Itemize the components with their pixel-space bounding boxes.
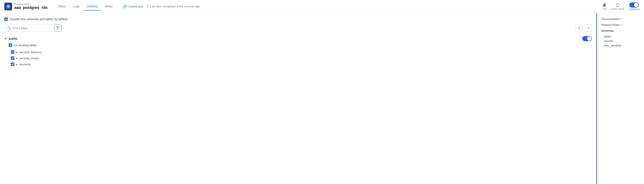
- table-expand-2[interactable]: ▶: [16, 63, 18, 66]
- search-icon: 🔍: [7, 26, 11, 30]
- tab-setup[interactable]: Setup: [101, 2, 116, 11]
- action-icons: [576, 25, 592, 32]
- table-expand-0[interactable]: ▶: [16, 51, 18, 53]
- sync-icon: ↻: [146, 5, 149, 8]
- notification-label: ON: [603, 8, 606, 11]
- left-panel: Include new schemas and tables by defaul…: [0, 13, 596, 184]
- include-row: Include new schemas and tables by defaul…: [4, 17, 592, 21]
- refresh-button[interactable]: [576, 25, 583, 32]
- connected-icon: 🔗: [122, 4, 127, 9]
- toggle-label: ENABLED: [629, 8, 640, 11]
- sync-now-label: SYNC NOW: [611, 8, 624, 11]
- checkmark-icon-t0: [12, 51, 14, 53]
- tables-count: 10 resulting tables: [14, 44, 37, 47]
- status-area: 🔗 Connected ↻ Last sync completed a few …: [122, 4, 200, 9]
- right-panel: Documentation ↗ Release Notes ↗ Schemas …: [596, 13, 644, 184]
- top-bar-right: ON SYNC NOW ENABLED: [602, 3, 640, 11]
- notification-button[interactable]: ON: [602, 3, 607, 11]
- documentation-label: Documentation: [601, 17, 620, 21]
- table-row: ▶ account_history: [11, 55, 592, 61]
- tab-status[interactable]: Status: [54, 2, 70, 11]
- connected-label: Connected: [128, 5, 143, 8]
- table-expand-1[interactable]: ▶: [16, 57, 18, 59]
- tables-count-row: 10 resulting tables: [9, 43, 592, 47]
- app-logo: [4, 3, 12, 11]
- right-schema-wps-sandbox[interactable]: wps_sandbox: [601, 43, 640, 48]
- enabled-toggle[interactable]: [629, 3, 639, 8]
- bell-icon: [602, 3, 607, 7]
- table-checkbox-1[interactable]: [11, 56, 14, 60]
- schema-section: ▼ public 10 resulting tables: [4, 36, 592, 67]
- include-schemas-checkbox[interactable]: [4, 17, 8, 21]
- connected-badge: 🔗 Connected: [122, 4, 143, 9]
- toggle-knob: [634, 3, 638, 7]
- logo-title: aaa_postgres_rds: [14, 6, 48, 10]
- table-name-2: accounts: [20, 63, 31, 66]
- release-notes-label: Release Notes: [601, 23, 620, 27]
- schema-header[interactable]: ▼ public: [4, 36, 592, 41]
- tab-logs[interactable]: Logs: [70, 2, 83, 11]
- sync-now-button[interactable]: SYNC NOW: [611, 3, 624, 11]
- schema-tables: 10 resulting tables ▶ account_features: [9, 43, 592, 67]
- toggle-area: ENABLED: [629, 3, 640, 11]
- checkmark-icon-all: [9, 44, 12, 46]
- external-link-icon-docs: ↗: [621, 18, 623, 20]
- search-row: 🔍: [4, 24, 592, 32]
- search-box: 🔍: [4, 25, 52, 31]
- logo-text: Postgres RDS aaa_postgres_rds: [14, 3, 48, 10]
- table-checkbox-0[interactable]: [11, 50, 14, 54]
- sync-info: ↻ Last sync completed a few seconds ago: [146, 5, 200, 8]
- filter-button[interactable]: [54, 24, 62, 32]
- checkmark-icon-t1: [12, 57, 14, 59]
- collapse-icon: [586, 26, 590, 30]
- table-row: ▶ accounts: [11, 61, 592, 67]
- schema-toggle[interactable]: [582, 36, 592, 41]
- schema-toggle-right: [582, 36, 592, 41]
- schema-name: public: [9, 37, 18, 40]
- schema-collapse-arrow: ▼: [4, 37, 7, 40]
- collapse-button[interactable]: [585, 25, 592, 32]
- main-content: Include new schemas and tables by defaul…: [0, 13, 644, 184]
- external-link-icon-notes: ↗: [620, 24, 622, 26]
- svg-marker-2: [56, 27, 59, 29]
- sync-icon: [615, 3, 620, 7]
- table-name-0: account_features: [20, 51, 41, 54]
- sync-label: Last sync completed a few seconds ago: [150, 5, 200, 8]
- logo-area: Postgres RDS aaa_postgres_rds: [4, 3, 48, 11]
- table-name-1: account_history: [20, 57, 39, 60]
- schemas-section-title: Schemas: [601, 29, 640, 32]
- include-schemas-label: Include new schemas and tables by defaul…: [10, 17, 68, 21]
- top-nav: Status Logs Schema Setup: [54, 2, 116, 11]
- table-checkbox-2[interactable]: [11, 63, 14, 66]
- top-bar: Postgres RDS aaa_postgres_rds Status Log…: [0, 0, 644, 13]
- logo-subtitle: Postgres RDS: [14, 3, 48, 6]
- right-schema-public[interactable]: public: [601, 34, 640, 39]
- svg-point-1: [7, 5, 9, 6]
- tab-schema[interactable]: Schema: [83, 2, 101, 11]
- table-row: ▶ account_features: [11, 49, 592, 55]
- right-schema-secrets[interactable]: secrets: [601, 39, 640, 43]
- schema-toggle-knob: [587, 37, 592, 41]
- checkmark-icon: [5, 18, 7, 20]
- all-tables-checkbox[interactable]: [9, 43, 12, 47]
- release-notes-link[interactable]: Release Notes ↗: [601, 23, 640, 27]
- documentation-link[interactable]: Documentation ↗: [601, 17, 640, 21]
- filter-icon: [56, 26, 60, 30]
- search-input[interactable]: [12, 27, 49, 30]
- checkmark-icon-t2: [12, 63, 14, 65]
- refresh-icon: [578, 26, 581, 30]
